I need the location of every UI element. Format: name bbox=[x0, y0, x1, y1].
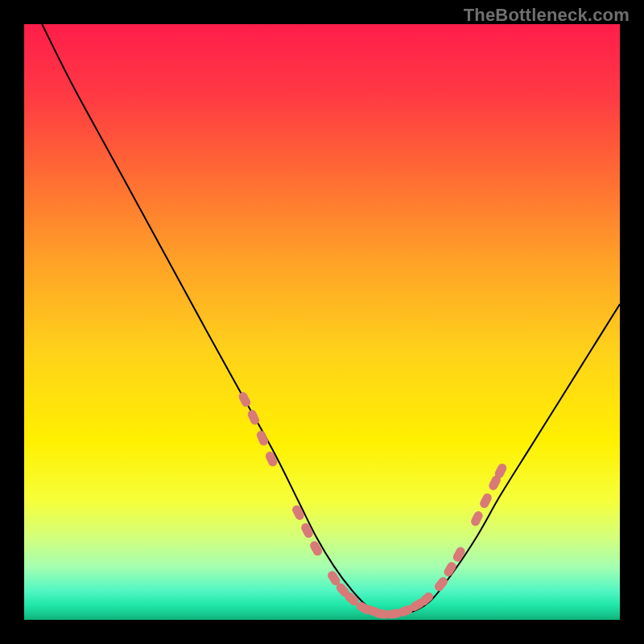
plot-gradient-background bbox=[24, 24, 620, 620]
chart-stage: TheBottleneck.com bbox=[0, 0, 644, 644]
watermark-text: TheBottleneck.com bbox=[464, 5, 630, 26]
bottleneck-chart bbox=[0, 0, 644, 644]
